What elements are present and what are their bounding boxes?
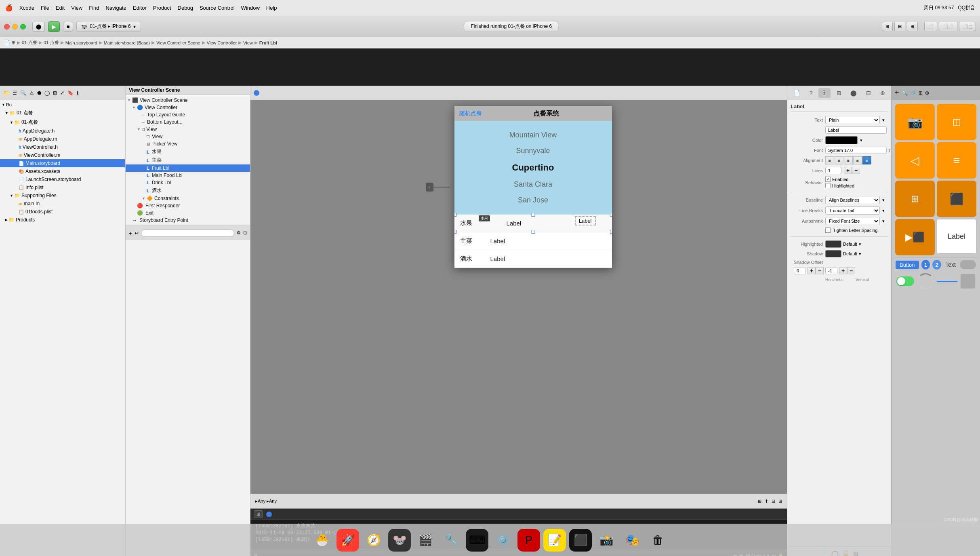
inspector-tab-attributes[interactable]: 🎚	[818, 88, 831, 98]
dock-finder2[interactable]: 🎭	[621, 529, 644, 552]
dock-ppp[interactable]: P	[517, 529, 540, 552]
phone-left-btn[interactable]: 随机点餐	[459, 110, 482, 117]
file-item-launch[interactable]: 📄 LaunchScreen.storyboard	[0, 175, 125, 183]
insp-shadow-color[interactable]	[825, 250, 841, 257]
file-item-supporting[interactable]: ▼ 📁 Supporting Files	[0, 192, 125, 200]
bc-item-vc[interactable]: View Controller	[207, 40, 237, 45]
insp-font-size-btn[interactable]: T	[888, 147, 891, 154]
apple-menu[interactable]: 🍎	[5, 4, 13, 12]
inspector-tab-help[interactable]: ?	[806, 88, 816, 98]
inspector-toggle-btn[interactable]: ⊞	[907, 22, 918, 31]
search-icon[interactable]: 🔍	[20, 90, 26, 96]
table-row-2[interactable]: 酒水 Label	[454, 250, 612, 268]
stepper-up-btn[interactable]: +	[844, 167, 852, 174]
minimize-button[interactable]	[12, 24, 18, 29]
dock-camera[interactable]: 📸	[595, 529, 618, 552]
scene-node-firstresponder[interactable]: 🔴 First Responder	[126, 202, 250, 209]
bc-item-fruitlbl[interactable]: Fruit Lbl	[259, 40, 277, 45]
bc-item-scene[interactable]: View Controller Scene	[156, 40, 200, 45]
h-down-btn[interactable]: −	[816, 267, 824, 274]
inspector-tab-bindings[interactable]: ⊟	[863, 88, 874, 98]
file-item-infoplist[interactable]: 📋 Info.plist	[0, 183, 125, 192]
bc-item-app[interactable]: 01-点餐	[22, 40, 37, 46]
canvas-main[interactable]: → 随机点餐 点餐系统 Mountain View Sunnyvale	[250, 100, 787, 494]
scene-node-view-child[interactable]: □ View	[126, 133, 250, 140]
file-item-project[interactable]: ▼ 📁 01-点餐	[0, 108, 125, 118]
table-row-1[interactable]: 主菜 Label	[454, 232, 612, 250]
debug-view-toggle[interactable]: ⊞	[254, 510, 263, 518]
widget-btn-1[interactable]: 1	[921, 260, 930, 270]
scene-node-exit[interactable]: 🟢 Exit	[126, 209, 250, 217]
insp-h-offset-input[interactable]	[794, 267, 806, 274]
insp-baseline-select[interactable]: Align Baselines Align Centers	[825, 196, 880, 204]
file-item-viewcontroller-m[interactable]: m ViewController.m	[0, 151, 125, 159]
dock-notes[interactable]: 📝	[543, 529, 566, 552]
bc-item-base[interactable]: Main.storyboard (Base)	[104, 40, 150, 45]
file-item-main-storyboard[interactable]: 📄 Main.storyboard	[0, 159, 125, 167]
inspector-tab-connections[interactable]: ⬤	[847, 88, 860, 98]
dock-terminal[interactable]: ⌨	[466, 529, 488, 552]
widget-grid2[interactable]: ⊞	[895, 181, 935, 217]
menu-product[interactable]: Product	[153, 5, 171, 11]
widget-menu[interactable]: ≡	[937, 142, 976, 179]
progress-bar[interactable]	[937, 281, 957, 282]
canvas-add-btn[interactable]: +	[129, 230, 132, 236]
standard-editor-btn[interactable]: ⬜	[924, 22, 937, 31]
scene-node-drinklbl[interactable]: L Drink Lbl	[126, 179, 250, 186]
menu-view[interactable]: View	[71, 5, 82, 11]
file-item-main-m[interactable]: m main.m	[0, 200, 125, 208]
file-item-foods-plist[interactable]: 📋 01foods.plist	[0, 208, 125, 216]
enabled-checkbox[interactable]	[825, 177, 831, 182]
menu-file[interactable]: File	[41, 5, 49, 11]
file-item-products[interactable]: ▶ 📁 Products	[0, 216, 125, 224]
scene-node-vc[interactable]: ▼ 🔵 View Controller	[126, 104, 250, 111]
align-justify-btn[interactable]: ≡	[853, 156, 862, 164]
dock-dark[interactable]: ⬛	[569, 529, 592, 552]
widget-list[interactable]: ◫	[937, 104, 976, 140]
menu-navigate[interactable]: Navigate	[105, 5, 126, 11]
widget-btn-2[interactable]: 2	[932, 260, 941, 270]
scene-node-mainfoodlbl[interactable]: L Main Food Lbl	[126, 172, 250, 179]
scene-node-bottomlayout[interactable]: ─ Bottom Layout...	[126, 118, 250, 126]
widget-slider[interactable]	[960, 260, 976, 269]
bc-item-main[interactable]: Main.storyboard	[65, 40, 97, 45]
insp-lines-input[interactable]	[825, 167, 841, 174]
scene-node-jiushui[interactable]: L 酒水	[126, 186, 250, 195]
scheme-selector[interactable]: 🍽 01-点餐 ▸ iPhone 6 ▾	[76, 21, 141, 32]
insp-font-input[interactable]	[825, 147, 887, 154]
scene-node-toplayout[interactable]: ─ Top Layout Guide	[126, 111, 250, 118]
version-editor-btn[interactable]: ⬜⬚	[959, 22, 976, 31]
insp-autoshrink-select[interactable]: Fixed Font Size Min Font Size	[825, 217, 880, 225]
menu-source-control[interactable]: Source Control	[200, 5, 235, 11]
align-center-btn[interactable]: ≡	[835, 156, 843, 164]
dock-launchpad[interactable]: 🚀	[336, 529, 359, 552]
tighten-checkbox[interactable]	[825, 227, 831, 233]
dock-safari[interactable]: 🧭	[362, 529, 385, 552]
v-up-btn[interactable]: +	[839, 267, 847, 274]
navigator-toggle-btn[interactable]: ⊞	[882, 22, 893, 31]
close-button[interactable]	[4, 24, 10, 29]
file-item-appdelegate-h[interactable]: h AppDelegate.h	[0, 127, 125, 135]
file-item-group1[interactable]: ▼ 📁 01-点餐	[0, 118, 125, 127]
menu-find[interactable]: Find	[89, 5, 99, 11]
highlighted-checkbox[interactable]	[825, 183, 831, 188]
dock-cursor[interactable]: 🐭	[388, 529, 411, 552]
dock-tools[interactable]: 🔧	[440, 529, 463, 552]
menu-help[interactable]: Help	[266, 5, 277, 11]
menu-window[interactable]: Window	[241, 5, 260, 11]
menu-edit[interactable]: Edit	[56, 5, 65, 11]
picker-container[interactable]: Mountain View Sunnyvale Cupertino Santa …	[454, 121, 612, 215]
insp-linebreaks-select[interactable]: Truncate Tail Word Wrap	[825, 206, 880, 215]
scene-node-pickerview[interactable]: ⊟ Picker View	[126, 140, 250, 147]
file-item-appdelegate-m[interactable]: m AppDelegate.m	[0, 135, 125, 143]
align-natural-btn[interactable]: ≡	[862, 156, 871, 164]
nav-back-btn[interactable]: ⬤	[32, 22, 45, 32]
canvas-back-btn[interactable]: ↩	[135, 230, 139, 236]
widget-back[interactable]: ◁	[895, 142, 935, 179]
insp-textvalue-input[interactable]	[825, 126, 887, 134]
insp-highlighted-color[interactable]	[825, 240, 841, 248]
dock-trash[interactable]: 🗑	[647, 529, 669, 552]
debug-toggle-btn[interactable]: ⊟	[894, 22, 905, 31]
dock-quicktime[interactable]: 🎬	[414, 529, 437, 552]
insp-v-offset-input[interactable]	[825, 267, 837, 274]
